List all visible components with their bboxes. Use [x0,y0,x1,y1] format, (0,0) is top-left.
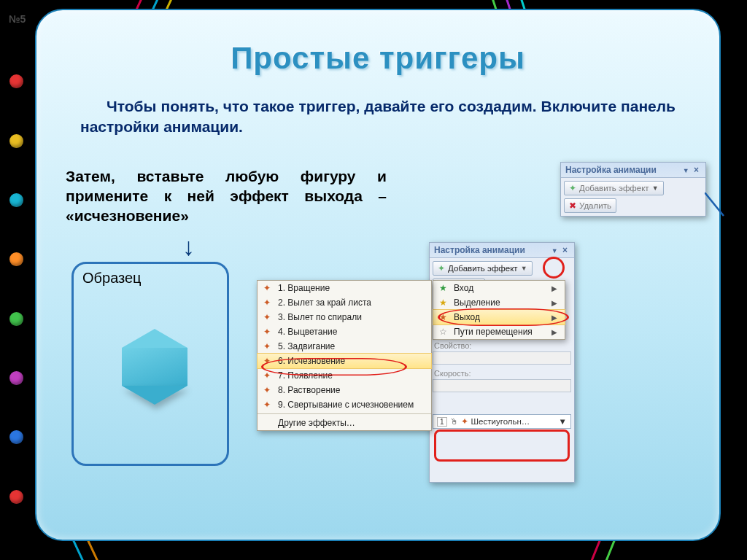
effect-icon: ✦ [260,341,274,351]
menu-item-entry[interactable]: ★ Вход ▶ [433,281,565,295]
menu-label: 2. Вылет за край листа [278,298,371,308]
property-combo[interactable] [433,351,571,365]
effect-type-icon: ✦ [461,416,468,427]
nav-dot[interactable] [9,252,23,266]
effect-icon: ✦ [260,385,274,395]
menu-item-effect[interactable]: ✦8. Растворение [258,383,431,397]
menu-item-effect[interactable]: ✦5. Задвигание [258,339,431,354]
menu-item-effect[interactable]: ✦3. Вылет по спирали [258,310,431,324]
menu-label: Выделение [454,298,500,308]
arrow-down-icon: ↓ [182,233,195,261]
nav-dot[interactable] [9,193,23,207]
menu-item-motion[interactable]: ☆ Пути перемещения ▶ [433,324,565,339]
slide-number-corner: №5 [9,13,26,25]
animation-pane-disabled: Настройка анимации ▼ × ✦ Добавить эффект… [560,162,706,217]
annotation-rect [434,429,570,462]
menu-label: 9. Свертывание с исчезновением [278,400,414,410]
add-effect-label: Добавить эффект [448,264,518,273]
menu-item-more-effects[interactable]: Другие эффекты… [258,416,431,430]
nav-dot[interactable] [9,74,23,88]
paragraph-step: Затем, вставьте любую фигуру и примените… [66,167,387,226]
effects-list-menu: ✦1. Вращение ✦2. Вылет за край листа ✦3.… [257,280,432,431]
menu-label: 5. Задвигание [278,341,335,351]
annotation-circle [543,257,565,279]
close-icon[interactable]: × [692,165,701,175]
menu-item-effect[interactable]: ✦4. Выцветание [258,324,431,339]
panel-title: Настройка анимации ▼ × [561,163,705,178]
svg-line-0 [705,192,724,216]
remove-label: Удалить [579,201,611,210]
speed-combo[interactable] [433,379,571,392]
effect-icon: ✦ [260,283,274,293]
panel-title-text: Настройка анимации [434,245,525,255]
menu-label: Вход [454,283,473,293]
entry-icon: ★ [436,283,449,293]
speed-label: Скорость: [434,369,570,378]
add-effect-button[interactable]: ✦ Добавить эффект ▼ [433,261,533,276]
menu-label: Пути перемещения [454,327,533,337]
effect-icon: ✦ [260,327,274,337]
add-effect-label: Добавить эффект [579,184,649,192]
slide-frame: Простые триггеры Чтобы понять, что такое… [35,9,721,541]
slide-title: Простые триггеры [36,41,719,76]
item-label: Шестиугольн… [471,417,530,426]
star-icon: ✦ [438,263,445,273]
menu-label: 4. Выцветание [278,327,337,337]
sample-label: Образец [82,270,142,287]
remove-effect-button-disabled: ✖ Удалить [564,198,616,213]
close-icon[interactable]: × [560,245,570,255]
nav-dot[interactable] [9,312,23,326]
effect-icon: ✦ [260,400,274,410]
nav-dot[interactable] [9,371,23,385]
menu-item-effect[interactable]: ✦1. Вращение [258,281,431,295]
menu-item-effect[interactable]: ✦2. Вылет за край листа [258,295,431,310]
motion-icon: ☆ [436,327,449,337]
menu-label: Другие эффекты… [278,418,355,428]
property-label: Свойство: [434,341,570,350]
nav-dot[interactable] [9,134,23,148]
hexagon-shape[interactable] [122,348,187,386]
menu-label: 1. Вращение [278,283,330,293]
annotation-ellipse [261,358,407,376]
panel-title: Настройка анимации ▼ × [430,243,574,258]
menu-item-effect[interactable]: ✦9. Свертывание с исчезновением [258,397,431,412]
add-effect-button-disabled: ✦ Добавить эффект ▼ [564,181,664,195]
menu-label: 3. Вылет по спирали [278,312,362,322]
effect-icon: ✦ [260,312,274,322]
menu-item-emphasis[interactable]: ★ Выделение ▶ [433,295,565,310]
connector-line [705,192,727,222]
nav-dot[interactable] [9,430,23,444]
panel-title-text: Настройка анимации [565,165,657,175]
paragraph-intro: Чтобы понять, что такое триггер, давайте… [80,96,676,138]
effect-icon: ✦ [260,298,274,308]
nav-dot[interactable] [9,490,23,504]
effect-list-item[interactable]: 1 🖱 ✦ Шестиугольн… ▼ [433,414,571,429]
menu-label: 8. Растворение [278,385,340,395]
item-order: 1 [437,417,447,427]
mouse-icon: 🖱 [450,417,458,426]
emphasis-icon: ★ [436,298,449,308]
remove-icon: ✖ [569,201,576,211]
star-icon: ✦ [569,183,576,193]
annotation-ellipse [438,308,569,326]
sample-box: Образец [71,262,229,466]
